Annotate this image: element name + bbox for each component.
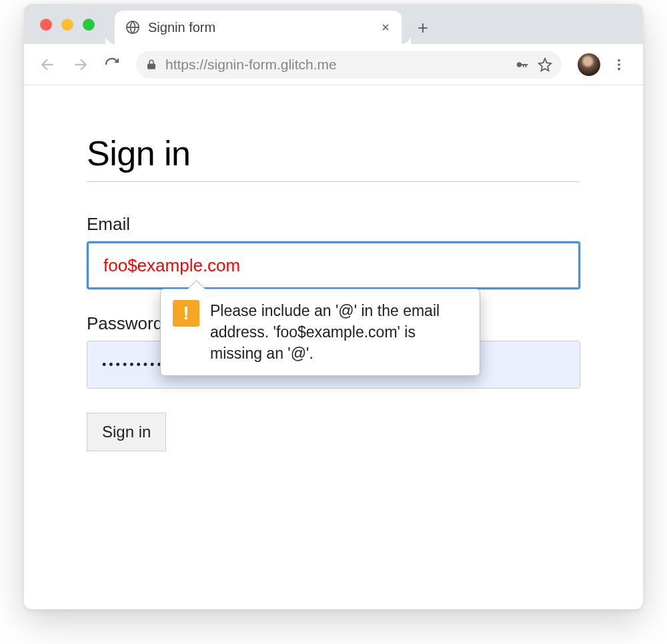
- lock-icon: [145, 59, 157, 71]
- address-bar[interactable]: https://signin-form.glitch.me: [136, 51, 562, 79]
- browser-menu-button[interactable]: [606, 51, 632, 78]
- svg-point-4: [618, 67, 620, 70]
- profile-avatar[interactable]: [578, 53, 600, 76]
- minimize-window-button[interactable]: [61, 19, 73, 31]
- back-button[interactable]: [35, 51, 61, 78]
- arrow-right-icon: [71, 56, 89, 73]
- browser-toolbar: https://signin-form.glitch.me: [24, 44, 643, 85]
- tab-strip: Signin form: [24, 4, 643, 44]
- warning-icon: !: [173, 300, 199, 327]
- close-tab-icon[interactable]: [380, 22, 391, 33]
- signin-button[interactable]: Sign in: [87, 413, 166, 451]
- page-title: Sign in: [87, 133, 580, 182]
- new-tab-button[interactable]: [416, 21, 430, 35]
- svg-point-2: [618, 59, 620, 61]
- globe-icon: [125, 20, 140, 35]
- validation-message: Please include an '@' in the email addre…: [210, 300, 468, 365]
- email-input[interactable]: [87, 241, 580, 289]
- url-text: https://signin-form.glitch.me: [165, 57, 507, 73]
- page-content: Sign in Email ! Please include an '@' in…: [24, 85, 643, 499]
- svg-point-3: [618, 63, 620, 66]
- tab-title: Signin form: [148, 20, 372, 35]
- dots-vertical-icon: [612, 57, 626, 72]
- close-window-button[interactable]: [40, 19, 52, 31]
- email-label: Email: [87, 214, 580, 235]
- validation-tooltip: ! Please include an '@' in the email add…: [160, 289, 480, 376]
- star-icon[interactable]: [538, 57, 552, 72]
- reload-button[interactable]: [99, 51, 125, 78]
- key-icon[interactable]: [515, 57, 530, 72]
- arrow-left-icon: [39, 56, 57, 73]
- browser-tab[interactable]: Signin form: [115, 11, 402, 44]
- window-controls: [40, 19, 95, 31]
- reload-icon: [104, 57, 120, 73]
- browser-window: Signin form https://signin-form.glitch.m…: [24, 4, 643, 609]
- email-field-group: Email ! Please include an '@' in the ema…: [87, 214, 580, 289]
- maximize-window-button[interactable]: [83, 19, 95, 31]
- forward-button[interactable]: [67, 51, 93, 78]
- svg-point-1: [517, 62, 522, 67]
